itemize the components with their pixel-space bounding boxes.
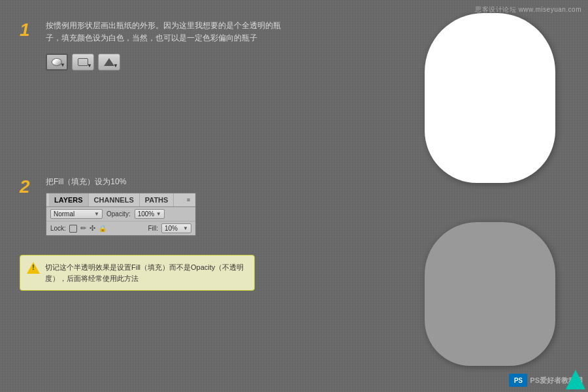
- tab-layers[interactable]: LAYERS: [49, 193, 89, 206]
- panel-tab-menu[interactable]: ≡: [184, 195, 193, 204]
- photoshop-panel: LAYERS CHANNELS PATHS ≡ Normal ▼ Opacity…: [46, 193, 196, 236]
- step2-description: 把Fill（填充）设为10%: [46, 176, 307, 188]
- lock-all-icon: 🔒: [99, 225, 106, 232]
- panel-tabs-row: LAYERS CHANNELS PATHS ≡: [46, 193, 195, 207]
- warning-text: 切记这个半透明效果是设置Fill（填充）而不是Opacity（不透明度），后面将…: [45, 263, 244, 282]
- lock-fill-row: Lock: ✏ ✣ 🔒 Fill: 10% ▼: [46, 221, 195, 235]
- step1-number: 1: [20, 20, 30, 41]
- polygon-tool-icon[interactable]: ▼: [98, 54, 120, 71]
- opacity-value-input[interactable]: 100% ▼: [135, 209, 165, 219]
- ellipse-tool-icon[interactable]: ▼: [46, 54, 68, 71]
- blend-mode-arrow: ▼: [94, 211, 99, 217]
- fill-label: Fill:: [148, 225, 158, 232]
- lock-transparency-icon[interactable]: [69, 225, 77, 233]
- opacity-label: Opacity:: [106, 210, 131, 218]
- tool-dropdown-arrow: ▼: [60, 62, 65, 68]
- bottle-grey-shape: [425, 222, 555, 366]
- rect-tool-icon[interactable]: ▼: [72, 54, 94, 71]
- lock-move-icon: ✣: [90, 224, 95, 233]
- opacity-value-text: 100%: [138, 210, 155, 218]
- fill-value-input[interactable]: 10% ▼: [161, 223, 191, 233]
- blend-mode-select[interactable]: Normal ▼: [50, 209, 103, 219]
- warning-triangle-icon: [27, 262, 40, 274]
- tool-dropdown-arrow3: ▼: [113, 63, 118, 69]
- lock-label: Lock:: [50, 225, 66, 232]
- step2-container: 2 把Fill（填充）设为10% LAYERS CHANNELS PATHS ≡…: [20, 176, 307, 236]
- fill-arrow: ▼: [183, 225, 188, 231]
- tool-icons-row: ▼ ▼ ▼: [46, 54, 294, 71]
- opacity-arrow: ▼: [156, 211, 161, 217]
- step2-number: 2: [20, 176, 30, 197]
- tool-dropdown-arrow2: ▼: [87, 63, 92, 69]
- tab-paths[interactable]: PATHS: [140, 193, 174, 206]
- panel-menu-icon: ≡: [187, 197, 190, 203]
- warning-box: 切记这个半透明效果是设置Fill（填充）而不是Opacity（不透明度），后面将…: [20, 255, 255, 291]
- ps-logo-icon: PS: [509, 374, 527, 387]
- blend-mode-value: Normal: [54, 210, 74, 218]
- tab-channels[interactable]: CHANNELS: [89, 193, 140, 206]
- step1-description: 按惯例用形状层画出瓶纸的外形。因为这里我想要的是个全透明的瓶子，填充颜色设为白色…: [46, 20, 294, 44]
- step1-container: 1 按惯例用形状层画出瓶纸的外形。因为这里我想要的是个全透明的瓶子，填充颜色设为…: [20, 20, 294, 71]
- fill-value-text: 10%: [165, 225, 178, 232]
- bottle-white-shape: [425, 13, 555, 183]
- opacity-row: Normal ▼ Opacity: 100% ▼: [46, 207, 195, 221]
- lock-brush-icon: ✏: [80, 224, 86, 233]
